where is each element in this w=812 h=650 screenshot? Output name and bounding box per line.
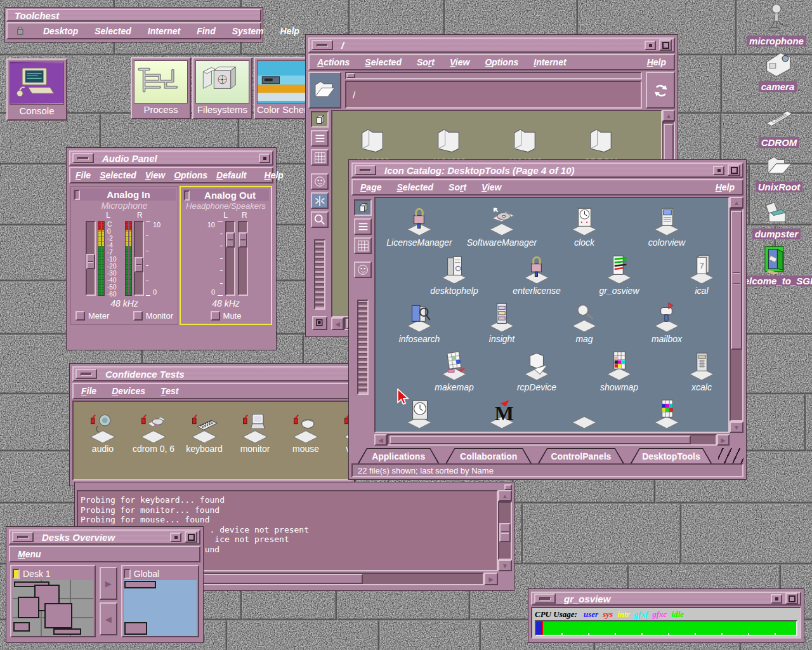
catalog-icon-mediaM[interactable]: M: [461, 397, 543, 429]
menu-test[interactable]: Test: [160, 386, 178, 396]
catalog-titlebar[interactable]: Icon Catalog: DesktopTools (Page 4 of 10…: [351, 162, 743, 178]
home-button[interactable]: [312, 316, 327, 330]
desk-next-button[interactable]: ▶: [100, 567, 117, 600]
current-folder-button[interactable]: [308, 72, 341, 109]
checkbox-box[interactable]: [211, 311, 220, 321]
scroll-up-arrow[interactable]: ▲: [498, 490, 512, 501]
device-audio[interactable]: audio: [77, 411, 128, 454]
catalog-icon-makemap[interactable]: makemap: [413, 349, 495, 392]
menu-help[interactable]: Help: [265, 170, 284, 180]
menu-file[interactable]: File: [75, 170, 91, 180]
menu-desktop[interactable]: Desktop: [43, 26, 78, 36]
icon-view-button[interactable]: [311, 111, 329, 128]
path-field[interactable]: /: [345, 81, 642, 109]
scroll-right-arrow[interactable]: ▶: [717, 434, 730, 446]
scroll-left-arrow[interactable]: ◀: [331, 317, 344, 330]
menu-view[interactable]: View: [450, 57, 469, 67]
menu-view[interactable]: View: [481, 182, 501, 192]
panel-indicator[interactable]: [184, 190, 190, 201]
minimize-button[interactable]: [534, 594, 556, 604]
catalog-vertical-scrollbar[interactable]: ▲ ▼: [730, 197, 743, 433]
menu-selected[interactable]: Selected: [396, 182, 433, 192]
rays-view-button[interactable]: [311, 192, 329, 209]
launcher-color-schemes[interactable]: Color Schemes: [254, 57, 312, 119]
icon-view-button[interactable]: [354, 199, 372, 216]
detail-view-button[interactable]: [311, 149, 329, 166]
list-view-button[interactable]: [311, 130, 329, 147]
global-miniature[interactable]: [124, 580, 197, 636]
grosview-titlebar[interactable]: gr_osview: [531, 592, 801, 606]
desk-active-indicator[interactable]: [13, 569, 20, 579]
catalog-icon-colorview[interactable]: colorview: [625, 204, 708, 248]
jar-icon[interactable]: [15, 25, 27, 37]
thumbnail-view-button[interactable]: [311, 173, 329, 190]
menu-actions[interactable]: Actions: [317, 57, 350, 67]
launcher-filesystems[interactable]: Filesystems: [192, 57, 252, 119]
maximize-button[interactable]: [185, 531, 197, 543]
menu-devices[interactable]: Devices: [112, 386, 145, 396]
scroll-down-arrow[interactable]: ▼: [498, 560, 512, 571]
output-right-slider[interactable]: [238, 221, 248, 296]
list-view-button[interactable]: [354, 218, 372, 235]
desk1-panel[interactable]: Desk 1: [10, 565, 96, 637]
maximize-button[interactable]: [659, 39, 672, 51]
device-cdrom-0-6[interactable]: cdrom 0, 6: [128, 411, 179, 454]
minimize-button[interactable]: [75, 369, 97, 379]
menu-system[interactable]: System: [232, 26, 264, 36]
menu-internet[interactable]: Internet: [148, 26, 180, 36]
checkbox-meter[interactable]: Meter: [75, 311, 109, 321]
checkbox-box[interactable]: [133, 311, 143, 321]
confidence-titlebar[interactable]: Confidence Tests: [72, 366, 351, 381]
device-monitor[interactable]: monitor: [230, 411, 280, 454]
minimize-button[interactable]: [72, 153, 94, 163]
toolchest-titlebar[interactable]: Toolchest: [6, 9, 261, 22]
catalog-icon-insight[interactable]: insight: [461, 301, 543, 344]
restore-button[interactable]: [259, 154, 270, 163]
output-left-slider[interactable]: [225, 221, 235, 296]
catalog-icon-mag[interactable]: mag: [543, 301, 625, 344]
scroll-down-arrow[interactable]: ▼: [730, 421, 743, 433]
menu-options[interactable]: Options: [174, 170, 207, 180]
input-right-slider[interactable]: [134, 221, 144, 296]
console-vertical-scrollbar[interactable]: ▲ ▼: [498, 490, 512, 571]
catalog-icon-mailbox[interactable]: mailbox: [625, 301, 708, 344]
catalog-icon-LicenseManager[interactable]: LicenseManager: [378, 204, 461, 248]
catalog-icon-sheet[interactable]: [543, 397, 625, 429]
scroll-up-arrow[interactable]: ▲: [730, 197, 743, 208]
launcher-console[interactable]: Console: [6, 58, 67, 121]
detail-view-button[interactable]: [354, 237, 372, 254]
menu-menu[interactable]: Menu: [18, 549, 41, 559]
catalog-icon-SoftwareManager[interactable]: SoftwareManager: [461, 204, 543, 248]
menu-selected[interactable]: Selected: [100, 170, 136, 180]
catalog-icon-xcalc[interactable]: xcalc: [660, 349, 730, 392]
catalog-icon-ical[interactable]: 7ical: [660, 253, 730, 296]
desk1-miniature[interactable]: [13, 580, 93, 636]
catalog-icon-gr_osview[interactable]: gr_osview: [578, 253, 660, 296]
global-panel[interactable]: Global: [121, 565, 199, 637]
menu-page[interactable]: Page: [360, 182, 381, 192]
find-button[interactable]: [311, 211, 329, 228]
scroll-thumbwheel[interactable]: [314, 239, 325, 310]
menu-default[interactable]: Default: [216, 170, 246, 180]
catalog-horizontal-scrollbar[interactable]: [387, 434, 717, 446]
recycle-button[interactable]: [646, 72, 675, 109]
checkbox-box[interactable]: [75, 311, 85, 321]
menu-sort[interactable]: Sort: [417, 57, 435, 67]
fm-titlebar[interactable]: /: [308, 37, 675, 53]
resize-widget[interactable]: [504, 484, 512, 490]
minimize-button[interactable]: [355, 165, 376, 175]
restore-button[interactable]: [170, 533, 181, 542]
maximize-button[interactable]: [785, 593, 798, 604]
tab-desktoptools[interactable]: DesktopTools: [631, 448, 712, 463]
minimize-button[interactable]: [311, 40, 333, 50]
scroll-thumbwheel[interactable]: [357, 300, 369, 395]
restore-button[interactable]: [713, 166, 724, 175]
menu-help[interactable]: Help: [647, 57, 666, 67]
tab-overflow-slivers[interactable]: [718, 448, 743, 463]
menu-selected[interactable]: Selected: [365, 57, 402, 67]
menu-sort[interactable]: Sort: [449, 182, 466, 192]
tab-applications[interactable]: Applications: [358, 448, 439, 463]
scroll-left-arrow[interactable]: ◀: [374, 434, 387, 446]
restore-button[interactable]: [645, 41, 656, 50]
audio-titlebar[interactable]: Audio Panel: [69, 150, 273, 166]
